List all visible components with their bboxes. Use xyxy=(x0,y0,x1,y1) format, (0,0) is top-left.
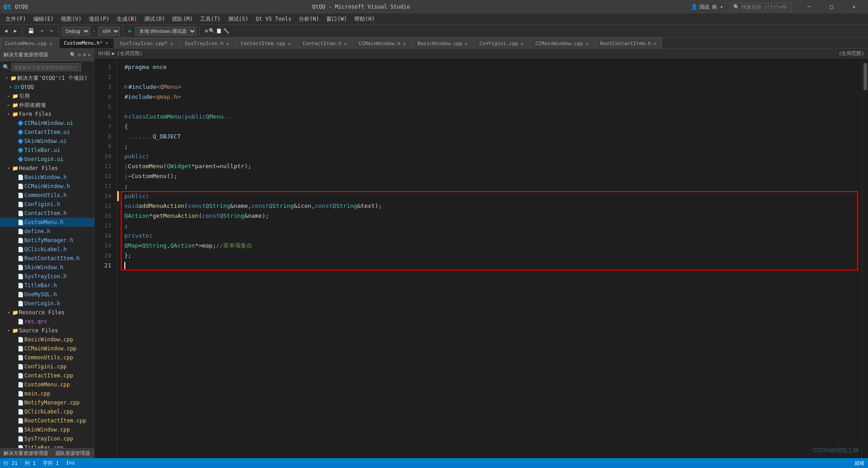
tree-item-basicwindow.h[interactable]: 📄BasicWindow.h xyxy=(0,173,94,182)
tree-item-form-files[interactable]: ▾📁Form Files xyxy=(0,110,94,119)
menu-build[interactable]: 生成(B) xyxy=(113,14,141,24)
tree-item-configini.h[interactable]: 📄Configini.h xyxy=(0,200,94,209)
tree-project[interactable]: ▾QtQtQQ xyxy=(0,83,94,92)
config-dropdown[interactable]: Debug xyxy=(62,27,90,36)
tree-item-contactitem.h[interactable]: 📄ContactItem.h xyxy=(0,209,94,218)
tab-close-icon[interactable]: ✕ xyxy=(344,41,347,46)
tab-close-icon[interactable]: ✕ xyxy=(50,41,52,46)
tree-item-systrayicon.h[interactable]: 📄SysTrayIcon.h xyxy=(0,272,94,281)
tab-close-icon[interactable]: ✕ xyxy=(403,41,406,46)
tab-Configini-cpp[interactable]: Configini.cpp✕ xyxy=(475,38,530,48)
toolbar-back[interactable]: ◀ xyxy=(2,27,10,35)
tab-RootContactItem-h[interactable]: RootContactItem.h✕ xyxy=(595,38,662,48)
tree-item-main.cpp[interactable]: 📄main.cpp xyxy=(0,389,94,398)
tab-SysTrayIcon-cpp[interactable]: SysTrayIcon.cpp*✕ xyxy=(115,38,179,48)
toolbar-redo[interactable]: ↪ xyxy=(47,27,56,35)
tab-CCMainWindow-cpp[interactable]: CCMainWindow.cpp✕ xyxy=(530,38,594,48)
menu-team[interactable]: 团队(M) xyxy=(169,14,196,24)
tree-item-titlebar.h[interactable]: 📄TitleBar.h xyxy=(0,281,94,290)
tree-item-notifymanager.h[interactable]: 📄NotifyManager.h xyxy=(0,236,94,245)
code-content[interactable]: #pragma once⊟#include <QMenu> #include <… xyxy=(117,59,862,458)
tree-item-titlebar.cpp[interactable]: 📄TitleBar.cpp xyxy=(0,443,94,448)
tab-ContactItem-h[interactable]: ContactItem.h✕ xyxy=(297,38,352,48)
sidebar-settings-icon[interactable]: ⚙ xyxy=(83,52,86,58)
tree-item-titlebar.ui[interactable]: 🔷TitleBar.ui xyxy=(0,146,94,155)
menu-qt[interactable]: Qt VS Tools xyxy=(252,14,295,24)
sidebar-refresh-icon[interactable]: ↻ xyxy=(78,52,81,58)
menu-file[interactable]: 文件(F) xyxy=(2,14,30,24)
tree-item-ccmainwindow.cpp[interactable]: 📄CCMainWindow.cpp xyxy=(0,344,94,353)
tree-item-source-files[interactable]: ▾📁Source Files xyxy=(0,326,94,335)
tree-item-resource-files[interactable]: ▾📁Resource Files xyxy=(0,308,94,317)
tab-close-icon[interactable]: ✕ xyxy=(288,41,291,46)
tree-item-rootcontactitem.h[interactable]: 📄RootContactItem.h xyxy=(0,254,94,263)
search-input[interactable] xyxy=(11,63,81,71)
tree-item-custommenu.cpp2[interactable]: 📄CustomMenu.cpp xyxy=(0,380,94,389)
menu-window[interactable]: 窗口(W) xyxy=(323,14,351,24)
menu-test[interactable]: 测试(S) xyxy=(224,14,252,24)
team-explorer-btn[interactable]: 团队资源管理器 xyxy=(55,450,90,457)
tree-item-contactitem.cpp[interactable]: 📄ContactItem.cpp xyxy=(0,371,94,380)
solution-explorer-btn[interactable]: 解决方案资源管理器 xyxy=(4,450,48,457)
tree-item-skinwindow.cpp[interactable]: 📄SkinWindow.cpp xyxy=(0,425,94,434)
run-button[interactable]: ▶ xyxy=(126,27,134,35)
tab-close-icon[interactable]: ✕ xyxy=(653,41,656,46)
tree-item-notifymanager.cpp[interactable]: 📄NotifyManager.cpp xyxy=(0,398,94,407)
tab-CustomMenu-cpp[interactable]: CustomMenu.cpp✕ xyxy=(0,38,58,48)
menu-project[interactable]: 项目(P) xyxy=(85,14,113,24)
tree-item-rootcontactitem.cpp[interactable]: 📄RootContactItem.cpp xyxy=(0,416,94,425)
menu-help[interactable]: 帮助(H) xyxy=(351,14,379,24)
tab-CustomMenu-h[interactable]: CustomMenu.h*✕ xyxy=(59,38,114,48)
tab-close-icon[interactable]: ✕ xyxy=(226,41,229,46)
tab-close-icon[interactable]: ✕ xyxy=(105,41,108,46)
menu-tools[interactable]: 工具(T) xyxy=(196,14,224,24)
tree-item-custommenu.h[interactable]: 📄CustomMenu.h xyxy=(0,218,94,227)
tree-item-header-files[interactable]: ▾📁Header Files xyxy=(0,164,94,173)
tree-item-basicwindow.cpp[interactable]: 📄BasicWindow.cpp xyxy=(0,335,94,344)
collapse-marker[interactable]: ⊟ xyxy=(124,82,128,92)
toolbar-btns[interactable]: ⚙🔍📋🔧 xyxy=(202,27,233,35)
scroll-thumb[interactable] xyxy=(863,63,867,90)
tree-item-qclicklabel.cpp[interactable]: 📄QClickLabel.cpp xyxy=(0,407,94,416)
tree-item-qclicklabel.h[interactable]: 📄QClickLabel.h xyxy=(0,245,94,254)
toolbar-undo[interactable]: ↩ xyxy=(38,27,46,35)
minimize-button[interactable]: ─ xyxy=(799,0,819,14)
tree-item-ccmainwindow.ui[interactable]: 🔷CCMainWindow.ui xyxy=(0,119,94,128)
tree-item-commonutils.h[interactable]: 📄CommonUtils.h xyxy=(0,191,94,200)
tree-item-userlogin.h[interactable]: 📄UserLogin.h xyxy=(0,299,94,308)
menu-edit[interactable]: 编辑(E) xyxy=(30,14,58,24)
sidebar-search-icon[interactable]: 🔍 xyxy=(70,52,76,58)
sidebar-close-icon[interactable]: ✕ xyxy=(87,52,91,58)
tab-close-icon[interactable]: ✕ xyxy=(170,41,173,46)
toolbar-forward[interactable]: ▶ xyxy=(11,27,20,35)
close-button[interactable]: ✕ xyxy=(844,0,864,14)
tree-item-skinwindow.ui[interactable]: 🔷SkinWindow.ui xyxy=(0,137,94,146)
tree-item-commonutils.cpp[interactable]: 📄CommonUtils.cpp xyxy=(0,353,94,362)
tree-item-userlogin.ui[interactable]: 🔷UserLogin.ui xyxy=(0,155,94,164)
code-scroll[interactable]: 123456789101112131415161718192021 #pragm… xyxy=(95,59,868,458)
tab-close-icon[interactable]: ✕ xyxy=(521,41,524,46)
tree-item-external[interactable]: ▸📁外部依赖项 xyxy=(0,101,94,110)
tab-close-icon[interactable]: ✕ xyxy=(465,41,468,46)
tree-item-res.qrc[interactable]: 📄res.qrc xyxy=(0,317,94,326)
toolbar-save[interactable]: 💾 xyxy=(25,27,37,35)
tree-item-skinwindow.h[interactable]: 📄SkinWindow.h xyxy=(0,263,94,272)
tree-item-ccmainwindow.h[interactable]: 📄CCMainWindow.h xyxy=(0,182,94,191)
menu-debug[interactable]: 调试(D) xyxy=(141,14,169,24)
tab-BasicWindow-cpp[interactable]: BasicWindow.cpp✕ xyxy=(412,38,473,48)
platform-dropdown[interactable]: x64 xyxy=(98,27,120,36)
tree-item-references[interactable]: ▸📁引用 xyxy=(0,92,94,101)
collapse-marker[interactable]: ⊟ xyxy=(124,112,128,122)
tab-close-icon[interactable]: ✕ xyxy=(586,41,589,46)
tree-item-systrayicon.cpp[interactable]: 📄SysTrayIcon.cpp xyxy=(0,434,94,443)
tree-item-contactitem.ui[interactable]: 🔷ContactItem.ui xyxy=(0,128,94,137)
scroll-indicator[interactable] xyxy=(862,59,868,458)
tree-solution[interactable]: ▾📁解决方案'QtQQ'(1 个项目) xyxy=(0,73,94,83)
tab-ContactItem-cpp[interactable]: ContactItem.cpp✕ xyxy=(236,38,297,48)
menu-view[interactable]: 视图(V) xyxy=(57,14,85,24)
target-dropdown[interactable]: 本地 Windows 调试器 xyxy=(135,27,196,36)
tree-item-define.h[interactable]: 📄define.h xyxy=(0,227,94,236)
tree-item-configini.cpp[interactable]: 📄Configini.cpp xyxy=(0,362,94,371)
maximize-button[interactable]: □ xyxy=(821,0,842,14)
tree-item-usemysql.h[interactable]: 📄UseMySQL.h xyxy=(0,290,94,299)
